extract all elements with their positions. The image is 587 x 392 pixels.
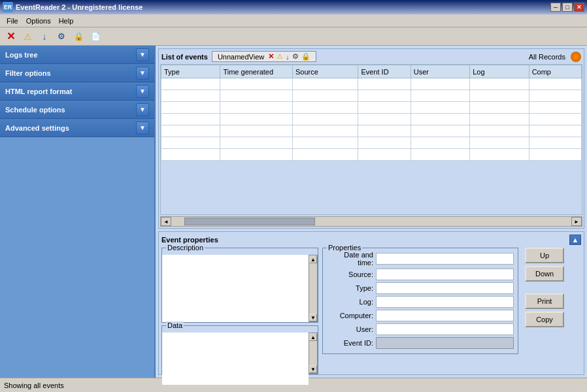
sidebar-chevron-logs-tree: ▼ bbox=[136, 48, 149, 61]
sidebar-label-schedule-options: Schedule options bbox=[5, 106, 65, 114]
data-textarea[interactable] bbox=[162, 333, 309, 385]
sidebar: Logs tree ▼ Filter options ▼ HTML report… bbox=[0, 46, 156, 378]
description-textarea[interactable] bbox=[162, 255, 309, 322]
table-row bbox=[161, 78, 582, 90]
down-button[interactable]: Down bbox=[525, 266, 564, 282]
events-table: Type Time generated Source Event ID User… bbox=[161, 65, 582, 161]
sidebar-item-logs-tree[interactable]: Logs tree ▼ bbox=[0, 46, 154, 64]
col-user: User bbox=[411, 65, 469, 78]
source-row: Source: bbox=[327, 269, 514, 280]
all-records-label: All Records bbox=[529, 53, 565, 61]
description-scrollbar-v[interactable]: ▲ ▼ bbox=[309, 255, 318, 322]
events-tab[interactable]: UnnamedView ✕ ⚠ ↓ ⚙ 🔒 bbox=[212, 51, 316, 62]
events-title: List of events bbox=[161, 53, 208, 61]
menu-file[interactable]: File bbox=[3, 16, 22, 26]
properties-title-label: Event properties bbox=[161, 236, 218, 244]
action-buttons: Up Down Print Copy bbox=[525, 248, 564, 327]
tab-filter-icon: ⚙ bbox=[292, 52, 299, 61]
minimize-button[interactable]: ─ bbox=[550, 3, 561, 12]
tab-name: UnnamedView bbox=[218, 53, 264, 61]
table-row bbox=[161, 149, 582, 161]
col-source: Source bbox=[292, 65, 358, 78]
log-input[interactable] bbox=[376, 296, 514, 308]
computer-input[interactable] bbox=[376, 310, 514, 321]
menu-options[interactable]: Options bbox=[22, 16, 55, 26]
scroll-thumb-h[interactable] bbox=[184, 218, 315, 225]
user-input[interactable] bbox=[376, 323, 514, 335]
tab-close-icon[interactable]: ✕ bbox=[268, 52, 274, 61]
title-bar: ER EventReader 2 - Unregistered license … bbox=[0, 0, 587, 14]
type-input[interactable] bbox=[376, 282, 514, 294]
data-group: Data ▲ ▼ bbox=[161, 325, 318, 374]
events-table-wrapper: Type Time generated Source Event ID User… bbox=[160, 64, 582, 215]
table-row bbox=[161, 114, 582, 125]
type-row: Type: bbox=[327, 282, 514, 294]
sidebar-item-advanced-settings[interactable]: Advanced settings ▼ bbox=[0, 119, 154, 137]
toolbar-down-btn[interactable]: ↓ bbox=[37, 29, 52, 44]
log-label: Log: bbox=[327, 298, 376, 306]
sidebar-chevron-schedule-options: ▼ bbox=[136, 103, 149, 116]
col-eventid: Event ID bbox=[358, 65, 411, 78]
sidebar-item-schedule-options[interactable]: Schedule options ▼ bbox=[0, 101, 154, 119]
properties-group-label: Properties bbox=[327, 244, 362, 252]
data-scrollbar-v[interactable]: ▲ ▼ bbox=[309, 333, 318, 374]
filter-circle-icon[interactable] bbox=[571, 52, 581, 62]
sidebar-label-advanced-settings: Advanced settings bbox=[5, 124, 69, 132]
copy-button[interactable]: Copy bbox=[525, 312, 564, 327]
toolbar-warning-btn[interactable]: ⚠ bbox=[20, 29, 35, 44]
properties-group: Properties Date and time: Source: Type: bbox=[322, 248, 518, 354]
tab-down-icon: ↓ bbox=[286, 53, 290, 61]
col-comp: Comp bbox=[529, 65, 581, 78]
date-time-input[interactable] bbox=[376, 253, 514, 265]
sidebar-chevron-filter-options: ▼ bbox=[136, 67, 149, 80]
desc-scroll-up[interactable]: ▲ bbox=[309, 255, 317, 263]
user-row: User: bbox=[327, 323, 514, 335]
events-header: List of events UnnamedView ✕ ⚠ ↓ ⚙ 🔒 All… bbox=[159, 49, 584, 64]
source-label: Source: bbox=[327, 270, 376, 278]
menu-help[interactable]: Help bbox=[55, 16, 78, 26]
computer-label: Computer: bbox=[327, 312, 376, 319]
window-title: EventReader 2 - Unregistered license bbox=[16, 3, 143, 11]
type-label: Type: bbox=[327, 284, 376, 292]
event-properties-panel: Event properties ▲ Description ▲ ▼ bbox=[158, 231, 584, 375]
toolbar-filter-btn[interactable]: ⚙ bbox=[54, 29, 69, 44]
sidebar-item-filter-options[interactable]: Filter options ▼ bbox=[0, 64, 154, 82]
toolbar-export-btn[interactable]: 📄 bbox=[88, 29, 103, 44]
event-id-row: Event ID: bbox=[327, 337, 514, 349]
description-group: Description ▲ ▼ bbox=[161, 248, 318, 323]
table-row bbox=[161, 125, 582, 137]
scroll-left-arrow[interactable]: ◄ bbox=[161, 217, 171, 226]
event-id-label: Event ID: bbox=[327, 339, 376, 347]
events-scrollbar-h[interactable]: ◄ ► bbox=[160, 216, 582, 227]
sidebar-chevron-html-report: ▼ bbox=[136, 85, 149, 98]
data-label: Data bbox=[166, 321, 184, 329]
col-log: Log bbox=[470, 65, 529, 78]
maximize-button[interactable]: □ bbox=[562, 3, 573, 12]
user-label: User: bbox=[327, 325, 376, 333]
sidebar-item-html-report[interactable]: HTML report format ▼ bbox=[0, 82, 154, 101]
description-label: Description bbox=[166, 244, 205, 252]
toolbar-lock-btn[interactable]: 🔒 bbox=[71, 29, 86, 44]
tab-lock-icon: 🔒 bbox=[301, 52, 310, 61]
properties-collapse-btn[interactable]: ▲ bbox=[569, 235, 581, 245]
source-input[interactable] bbox=[376, 269, 514, 280]
event-id-input[interactable] bbox=[376, 337, 514, 349]
data-scroll-up[interactable]: ▲ bbox=[309, 333, 317, 341]
print-button[interactable]: Print bbox=[525, 293, 564, 309]
col-time: Time generated bbox=[220, 65, 293, 78]
window-close-button[interactable]: ✕ bbox=[574, 3, 584, 12]
desc-scroll-down[interactable]: ▼ bbox=[309, 314, 317, 321]
menu-bar: File Options Help bbox=[0, 14, 587, 27]
table-row bbox=[161, 137, 582, 149]
date-time-label: Date and time: bbox=[327, 251, 376, 267]
scroll-right-arrow[interactable]: ► bbox=[571, 217, 582, 226]
up-button[interactable]: Up bbox=[525, 248, 564, 263]
properties-body: Description ▲ ▼ Data ▲ bbox=[161, 248, 581, 374]
sidebar-label-html-report: HTML report format bbox=[5, 88, 72, 95]
toolbar-close-btn[interactable]: ✕ bbox=[3, 29, 18, 44]
main-content: Logs tree ▼ Filter options ▼ HTML report… bbox=[0, 46, 587, 378]
table-row bbox=[161, 90, 582, 102]
data-scroll-down[interactable]: ▼ bbox=[309, 365, 317, 373]
events-panel: List of events UnnamedView ✕ ⚠ ↓ ⚙ 🔒 All… bbox=[158, 48, 584, 229]
properties-title-row: Event properties ▲ bbox=[161, 235, 581, 245]
